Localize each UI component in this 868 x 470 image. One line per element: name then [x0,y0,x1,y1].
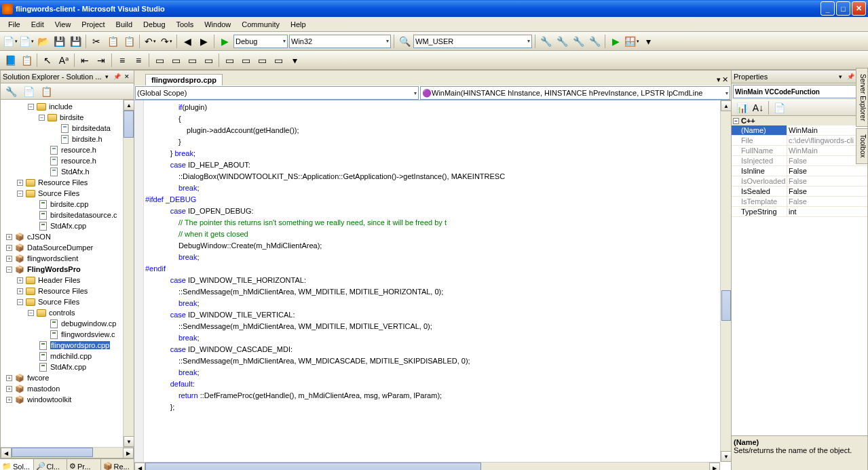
property-row[interactable]: FullNameWinMain [732,146,867,156]
redo-button[interactable]: ↷ [159,34,174,49]
minimize-button[interactable]: _ [820,1,835,16]
tree-node[interactable]: birdsite.h [1,134,134,144]
tree-node[interactable]: −birdsite [1,112,134,123]
menu-window[interactable]: Window [199,19,236,30]
prop-object-combo[interactable]: WinMain VCCodeFunction [733,85,866,98]
tree-scrollbar-h[interactable]: ◀ ▶ [1,447,134,458]
add-item-button[interactable]: 📄 [19,34,34,49]
tb-icon-5[interactable]: ▶ [608,34,623,49]
tree-node[interactable]: +📦cJSON [1,231,134,242]
te-icon-4[interactable]: ≡ [115,53,130,68]
undo-button[interactable]: ↶ [143,34,157,49]
panel-close-button[interactable]: ✕ [122,72,132,81]
menu-tools[interactable]: Tools [171,19,200,30]
te-icon-10[interactable]: ▭ [222,53,237,68]
increase-indent-button[interactable]: ⇥ [94,53,109,68]
cut-button[interactable]: ✂ [89,34,104,49]
editor-scrollbar-v[interactable]: ▲ ▼ [720,100,731,462]
tree-node[interactable]: birdsitedatasource.c [1,210,134,220]
prop-category[interactable]: −C++ [732,116,867,125]
tree-node[interactable]: +📦flingwordsclient [1,253,134,264]
tree-node[interactable]: StdAfx.cpp [1,361,134,372]
nav-fwd-button[interactable]: ▶ [196,34,211,49]
panel-pin-button[interactable]: 📌 [112,72,121,81]
tree-node[interactable]: birdsite.cpp [1,199,134,210]
te-icon-9[interactable]: ▭ [201,53,216,68]
platform-combo[interactable]: Win32 [289,35,391,48]
find-combo[interactable]: WM_USER [413,35,532,48]
te-icon-7[interactable]: ▭ [168,53,183,68]
tree-node[interactable]: +📦windowtoolkit [1,394,134,405]
panel-menu-button[interactable]: ▾ [102,72,111,81]
solution-tree[interactable]: −include−birdsitebirdsitedatabirdsite.hr… [1,100,134,447]
toolbar-overflow[interactable]: ▾ [641,34,656,49]
close-button[interactable]: ✕ [852,1,866,16]
tree-node[interactable]: birdsitedata [1,123,134,134]
tree-node[interactable]: −Source Files [1,188,134,199]
config-combo[interactable]: Debug [233,35,288,48]
tree-scrollbar-v[interactable]: ▲ ▼ [123,100,134,447]
maximize-button[interactable]: □ [836,1,850,16]
scope-combo[interactable]: (Global Scope) [135,86,419,100]
menu-view[interactable]: View [50,19,77,30]
menu-edit[interactable]: Edit [26,19,50,30]
find-in-files-button[interactable]: 🔍 [397,34,412,49]
alphabetical-button[interactable]: A↓ [751,100,766,115]
tab-close-button[interactable]: ✕ [722,75,728,84]
obj-browser-button[interactable]: 📘 [3,53,18,68]
property-row[interactable]: IsOverloadedFalse [732,176,867,187]
member-combo[interactable]: 🟣WinMain(HINSTANCE hInstance, HINSTANCE … [420,86,730,100]
tree-node[interactable]: StdAfx.h [1,166,134,177]
tree-node[interactable]: −controls [1,307,134,318]
menu-file[interactable]: File [3,19,26,30]
property-row[interactable]: IsInjectedFalse [732,156,867,166]
tree-node[interactable]: +Header Files [1,275,134,286]
tab-list-button[interactable]: ▾ [717,75,721,84]
categorized-button[interactable]: 📊 [734,100,749,115]
new-project-button[interactable]: 📄 [3,34,18,49]
property-row[interactable]: (Name)WinMain [732,125,867,136]
left-tab[interactable]: 📁Sol... [0,459,34,470]
left-tab[interactable]: ⚙Pr... [67,459,101,470]
tree-node[interactable]: resource.h [1,144,134,155]
te-icon-6[interactable]: ▭ [152,53,167,68]
cursor-icon[interactable]: ↖ [40,53,55,68]
left-tab[interactable]: 🔎Cl... [34,459,68,470]
start-debug-button[interactable]: ▶ [217,34,232,49]
property-grid[interactable]: −C++ (Name)WinMainFilec:\dev\flingwords-… [732,116,867,435]
tb-icon-2[interactable]: 🔧 [554,34,569,49]
te-icon-3[interactable]: Aᵃ [56,53,71,68]
toolbar2-overflow[interactable]: ▾ [287,53,302,68]
tree-node[interactable]: +📦DataSourceDumper [1,242,134,253]
copy-button[interactable]: 📋 [105,34,120,49]
tree-node[interactable]: +📦mastodon [1,383,134,394]
te-icon-11[interactable]: ▭ [238,53,253,68]
autohide-tab[interactable]: Server Explorer [856,68,868,127]
save-all-button[interactable]: 💾 [68,34,83,49]
property-row[interactable]: IsSealedFalse [732,187,867,197]
code-editor[interactable]: if(plugin) { plugin->addAccount(getHandl… [134,100,720,462]
prop-pin-button[interactable]: 📌 [846,72,855,81]
menu-project[interactable]: Project [76,19,110,30]
paste-button[interactable]: 📋 [121,34,136,49]
property-row[interactable]: TypeStringint [732,207,867,217]
view-code-button[interactable]: 📋 [39,84,54,99]
property-row[interactable]: IsInlineFalse [732,166,867,176]
menu-debug[interactable]: Debug [138,19,170,30]
document-tab[interactable]: flingwordspro.cpp [145,74,223,85]
open-button[interactable]: 📂 [35,34,50,49]
tb-icon-4[interactable]: 🔧 [587,34,602,49]
tree-node[interactable]: −Source Files [1,296,134,307]
tree-node[interactable]: mdichild.cpp [1,351,134,361]
te-icon-12[interactable]: ▭ [254,53,269,68]
tree-node[interactable]: flingwordspro.cpp [1,340,134,351]
tb-icon-1[interactable]: 🔧 [538,34,553,49]
te-icon-13[interactable]: ▭ [271,53,286,68]
tree-node[interactable]: flingwordsview.c [1,329,134,340]
tree-node[interactable]: debugwindow.cp [1,318,134,329]
menu-build[interactable]: Build [111,19,138,30]
tree-node[interactable]: +📦fwcore [1,372,134,383]
show-all-button[interactable]: 📄 [21,84,36,99]
save-button[interactable]: 💾 [52,34,67,49]
editor-scrollbar-h[interactable]: ◀ ▶ [134,462,720,470]
